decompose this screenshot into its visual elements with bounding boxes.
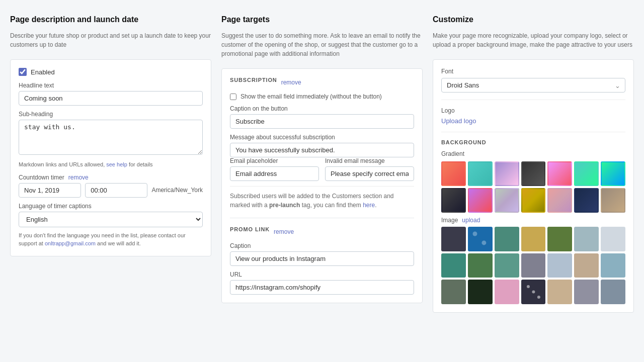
image-swatch-15[interactable] (441, 280, 466, 304)
email-fields-row: Email placeholder Invalid email message (230, 157, 414, 181)
font-select[interactable]: Droid Sans Arial Roboto Open Sans Lato M… (441, 78, 625, 93)
image-swatch-8[interactable] (441, 253, 466, 278)
gradient-swatch-g13[interactable] (574, 188, 599, 213)
pre-launch-tag: pre-launch (269, 202, 300, 209)
right-column: Customize Make your page more recognizab… (433, 15, 634, 313)
image-swatch-1[interactable] (441, 227, 466, 251)
subscribed-note: Subscribed users will be added to the Cu… (230, 186, 414, 210)
svg-rect-0 (469, 228, 492, 250)
language-select[interactable]: English Spanish French German Italian Po… (19, 212, 203, 227)
gradient-swatch-g11[interactable] (521, 188, 546, 213)
gradient-swatch-g3[interactable] (495, 161, 519, 186)
logo-section: Logo Upload logo (441, 100, 625, 125)
countdown-row: America/New_York (19, 183, 203, 198)
language-hint: If you don't find the language you need … (19, 231, 203, 248)
headline-input[interactable] (19, 91, 203, 106)
promo-remove-link[interactable]: remove (274, 228, 294, 235)
upload-logo-link[interactable]: Upload logo (441, 117, 476, 125)
gradient-swatch-g5[interactable] (547, 161, 572, 186)
middle-column-desc: Suggest the user to do something more. A… (221, 31, 423, 58)
gradient-swatch-g1[interactable] (441, 161, 466, 186)
countdown-date-input[interactable] (19, 183, 81, 198)
svg-point-5 (532, 291, 535, 294)
show-email-label: Show the email field immediately (withou… (240, 93, 382, 100)
caption-input[interactable] (230, 114, 414, 129)
image-swatch-18[interactable] (521, 280, 546, 304)
gradient-swatch-g9[interactable] (468, 188, 493, 213)
caption2-input[interactable] (230, 251, 414, 266)
image-swatch-20[interactable] (574, 280, 599, 304)
image-swatch-14[interactable] (601, 253, 625, 278)
left-card: Enabled Headline text Sub-heading stay w… (10, 59, 211, 256)
image-swatch-7[interactable] (601, 227, 625, 251)
subheading-textarea[interactable]: stay with us. (19, 120, 203, 155)
image-swatch-17[interactable] (495, 280, 519, 304)
gradient-swatch-g8[interactable] (441, 188, 466, 213)
main-layout: Page description and launch date Describ… (0, 0, 644, 328)
svg-point-6 (537, 296, 540, 299)
success-input[interactable] (230, 143, 414, 157)
language-label: Language of timer captions (19, 203, 203, 210)
image-grid (441, 227, 625, 305)
section-divider (230, 218, 414, 218)
enabled-row: Enabled (19, 68, 203, 76)
image-swatch-2[interactable] (468, 227, 493, 251)
countdown-label: Countdown timer (19, 174, 64, 181)
svg-point-4 (527, 285, 530, 288)
gradient-swatch-g7[interactable] (601, 161, 625, 186)
see-help-link[interactable]: see help (106, 161, 127, 167)
font-select-wrap: Droid Sans Arial Roboto Open Sans Lato M… (441, 78, 625, 93)
image-swatch-16[interactable] (468, 280, 493, 304)
support-email-link[interactable]: onltrapp@gmail.com (45, 240, 96, 246)
gradient-swatch-g2[interactable] (468, 161, 493, 186)
gradient-swatch-g4[interactable] (521, 161, 546, 186)
left-column-title: Page description and launch date (10, 15, 211, 24)
subscription-header: SUBSCRIPTION (230, 77, 277, 83)
logo-label: Logo (441, 107, 625, 114)
promo-header-row: PROMO LINK remove (230, 226, 414, 237)
here-link[interactable]: here (363, 202, 375, 209)
image-swatch-19[interactable] (547, 280, 572, 304)
gradient-swatch-g10[interactable] (495, 188, 519, 213)
countdown-remove-link[interactable]: remove (68, 174, 89, 181)
middle-column-title: Page targets (221, 15, 423, 24)
image-swatch-12[interactable] (547, 253, 572, 278)
invalid-email-label: Invalid email message (325, 157, 414, 164)
image-swatch-13[interactable] (574, 253, 599, 278)
subscription-remove-link[interactable]: remove (281, 79, 301, 86)
invalid-email-input[interactable] (325, 166, 414, 181)
image-swatch-6[interactable] (574, 227, 599, 251)
middle-card: SUBSCRIPTION remove Show the email field… (221, 68, 423, 303)
image-swatch-10[interactable] (495, 253, 519, 278)
url-input[interactable] (230, 280, 414, 295)
subscription-header-row: SUBSCRIPTION remove (230, 77, 414, 88)
countdown-time-input[interactable] (85, 183, 147, 198)
image-swatch-5[interactable] (547, 227, 572, 251)
success-label: Message about successful subscription (230, 134, 414, 141)
image-swatch-11[interactable] (521, 253, 546, 278)
caption2-label: Caption (230, 242, 414, 249)
gradient-swatch-g6[interactable] (574, 161, 599, 186)
gradient-swatch-g12[interactable] (547, 188, 572, 213)
background-header: BACKGROUND (441, 139, 625, 145)
email-placeholder-label: Email placeholder (230, 157, 319, 164)
enabled-label: Enabled (31, 68, 55, 76)
gradient-swatch-g14[interactable] (601, 188, 625, 213)
upload-image-link[interactable]: upload (462, 217, 480, 224)
middle-column: Page targets Suggest the user to do some… (221, 15, 423, 313)
email-placeholder-group: Email placeholder (230, 157, 319, 181)
timezone-label: America/New_York (151, 187, 203, 194)
font-label: Font (441, 68, 625, 75)
gradient-grid (441, 161, 625, 213)
image-swatch-21[interactable] (601, 280, 625, 304)
image-swatch-4[interactable] (521, 227, 546, 251)
headline-label: Headline text (19, 82, 203, 89)
email-placeholder-input[interactable] (230, 166, 319, 181)
invalid-email-group: Invalid email message (325, 157, 414, 181)
gradient-label: Gradient (441, 150, 625, 157)
show-email-checkbox[interactable] (230, 94, 236, 100)
promo-header: PROMO LINK (230, 226, 270, 232)
image-swatch-9[interactable] (468, 253, 493, 278)
enabled-checkbox[interactable] (19, 68, 27, 76)
image-swatch-3[interactable] (495, 227, 519, 251)
